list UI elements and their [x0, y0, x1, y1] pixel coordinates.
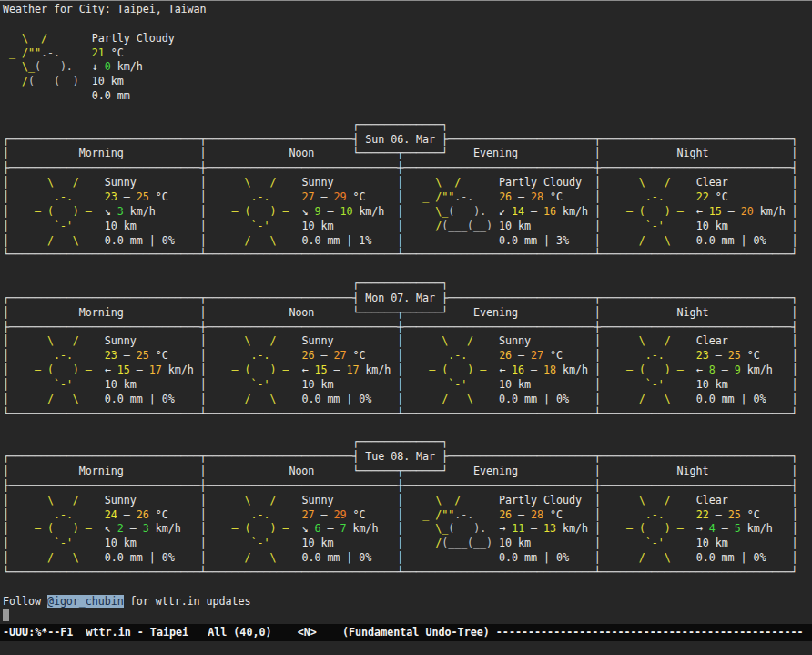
text-run: │ [594, 349, 601, 362]
text-run: │ [3, 234, 9, 247]
text-run: 0.0 mm | 0% [696, 234, 792, 247]
terminal-line: ├──────────────────────────────┼────────… [3, 161, 812, 176]
text-run: – [320, 522, 340, 535]
text-run: – [117, 508, 137, 521]
text-run: │ [594, 551, 601, 564]
text-run: `-' [9, 378, 105, 391]
text-run: ┌─────────────┐ [3, 277, 448, 290]
text-run: │ [200, 378, 207, 391]
wttr-buffer[interactable]: Weather for City: Taipei, Taiwan \ / Par… [0, 1, 812, 624]
text-run: 10 km [499, 378, 594, 391]
text-run: – [124, 522, 143, 535]
terminal-line: │ ― ( ) ― ↖ 2 – 3 km/h │ ― ( ) ― ↘ 6 – 7… [3, 522, 812, 537]
text-run: .-. [403, 349, 499, 362]
text-run: 21 [92, 46, 105, 59]
text-run: 25 [728, 349, 741, 362]
text-run: km/h [124, 205, 200, 218]
mode-line: -UUU:%*--F1 wttr.in - Taipei All (40,0) … [0, 624, 812, 641]
twitter-handle-highlight[interactable]: @igor_chubin [47, 595, 124, 608]
text-run: .-. [207, 190, 302, 203]
text-run: │ [200, 393, 207, 405]
text-run: │ [792, 393, 798, 405]
text-run: 10 km [105, 537, 200, 549]
text-run: │ [594, 176, 601, 189]
text-run: 27 [301, 190, 314, 203]
text-run: 17 [346, 363, 359, 376]
text-run: │ [594, 205, 601, 218]
text-run: │ [792, 522, 798, 535]
text-run: 23 [105, 349, 117, 362]
text-run: │ [200, 508, 207, 521]
text-run: \ / [601, 176, 696, 189]
text-run: 10 km [105, 378, 200, 391]
text-run: 25 [728, 508, 741, 521]
text-run: / [403, 537, 442, 549]
text-run: 15 [117, 363, 130, 376]
terminal-line: │ `-' 10 km │ `-' 10 km │ /(___(__) 10 k… [3, 220, 812, 234]
text-run: 10 km [696, 220, 792, 232]
text-run: / \ [601, 234, 696, 247]
text-run: \ / [601, 494, 696, 507]
text-run: 18 [543, 363, 556, 376]
text-cursor [3, 609, 9, 621]
text-run: – [716, 363, 735, 376]
text-run: ― ( ) ― [601, 205, 696, 218]
text-run: │ [3, 205, 9, 218]
terminal-line: 0.0 mm [3, 89, 812, 104]
text-run: │ [791, 234, 797, 247]
text-run: – [709, 349, 728, 362]
text-run: / \ [207, 234, 302, 247]
text-run: └──────────────────────────────┴────────… [3, 566, 797, 578]
text-run: °C [149, 508, 200, 521]
text-run: _ /"" [403, 190, 454, 203]
text-run: 15 [314, 363, 327, 376]
text-run: 16 [543, 205, 556, 218]
text-run: 8 [709, 363, 716, 376]
text-run: °C [543, 349, 594, 362]
terminal-line: ┌──────────────────────────────┬────────… [3, 133, 812, 148]
text-run: ← [696, 205, 709, 218]
text-run: / \ [601, 551, 696, 564]
text-run: │ [200, 234, 207, 247]
terminal-line [3, 104, 812, 118]
text-run: (___(__) [442, 220, 499, 232]
text-run: .-. [454, 508, 499, 521]
text-run: .-. [207, 508, 302, 521]
text-run: °C [709, 190, 792, 203]
text-run: │ [3, 494, 9, 507]
text-run: 10 km [499, 537, 594, 549]
text-run: – [524, 363, 543, 376]
text-run: 10 [340, 205, 352, 218]
text-run: 23 [696, 349, 709, 362]
text-run: 25 [137, 190, 149, 203]
text-run: (___(__) [442, 537, 499, 549]
text-run: → [696, 522, 709, 535]
terminal-line: │ .-. 23 – 25 °C │ .-. 27 – 29 °C │ _ /"… [3, 190, 812, 205]
text-run: °C [346, 190, 397, 203]
text-run: 20 [741, 205, 754, 218]
text-run: ( ). [448, 205, 499, 218]
text-run: 22 [696, 508, 709, 521]
text-run: °C [346, 349, 397, 362]
text-run: – [709, 508, 728, 521]
terminal-line [3, 580, 812, 595]
text-run: │ [200, 334, 207, 347]
text-run: (___(__) [28, 75, 92, 87]
terminal-line: │ / \ 0.0 mm | 0% │ / \ 0.0 mm | 0% │ 0.… [3, 551, 812, 566]
emacs-frame: Weather for City: Taipei, Taiwan \ / Par… [0, 0, 812, 655]
terminal-line: │ \ / Sunny │ \ / Sunny │ \ / Partly Clo… [3, 176, 812, 190]
text-run: │ [594, 494, 601, 507]
text-run: ┌──────────────────────────────┬────────… [3, 450, 797, 463]
text-run: │ [200, 537, 207, 549]
text-run: – [722, 205, 741, 218]
text-run: │ [791, 551, 797, 564]
text-run: │ [3, 349, 9, 362]
text-run: │ [200, 220, 207, 232]
terminal-line: ┌─────────────┐ [3, 435, 812, 450]
text-run: .-. [601, 508, 696, 521]
text-run: 9 [735, 363, 741, 376]
text-run: │ [594, 393, 601, 405]
text-run: .-. [601, 349, 696, 362]
text-run: 10 km [105, 220, 200, 232]
text-run: \ / [601, 334, 696, 347]
